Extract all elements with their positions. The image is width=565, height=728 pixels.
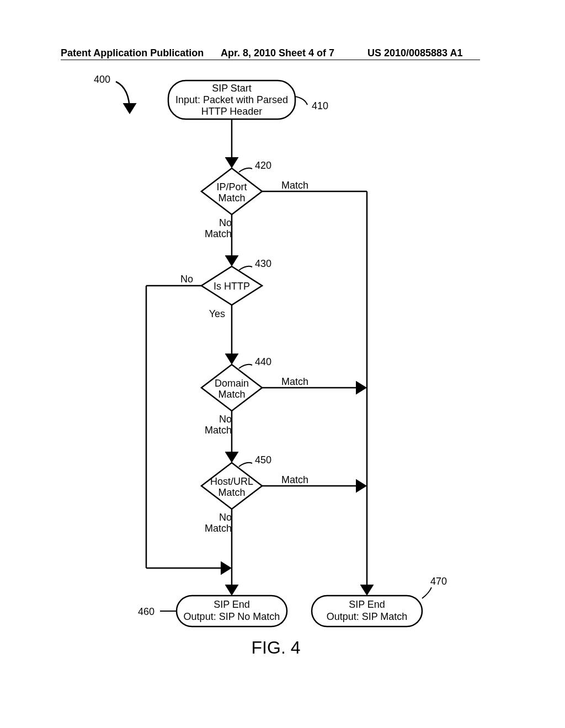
end470-line1: SIP End xyxy=(349,599,385,610)
edge-450-no2: Match xyxy=(205,523,232,534)
header-rule xyxy=(61,60,480,60)
header-center: Apr. 8, 2010 Sheet 4 of 7 xyxy=(221,47,334,59)
ref-430: 430 xyxy=(255,258,271,269)
edge-450-no1: No xyxy=(219,512,232,523)
decision-420: IP/Port Match xyxy=(201,168,262,215)
ref-460: 460 xyxy=(138,606,154,617)
header-right: US 2010/0085883 A1 xyxy=(367,47,462,59)
edge-440-no2: Match xyxy=(205,425,232,436)
start-line2: Input: Packet with Parsed xyxy=(175,94,288,105)
d440-line2: Match xyxy=(218,389,245,400)
ref-400: 400 xyxy=(94,74,110,85)
decision-440: Domain Match xyxy=(201,365,262,411)
d420-line1: IP/Port xyxy=(216,181,247,192)
leader-420 xyxy=(239,168,252,172)
d450-line2: Match xyxy=(218,487,245,498)
end460-line2: Output: SIP No Match xyxy=(184,611,280,622)
flowchart: 400 SIP Start Input: Packet with Parsed … xyxy=(61,66,491,689)
end470-line2: Output: SIP Match xyxy=(327,611,408,622)
edge-420-no2: Match xyxy=(205,228,232,239)
ref-470: 470 xyxy=(430,576,447,587)
start-line3: HTTP Header xyxy=(201,106,263,117)
figure-caption: FIG. 4 xyxy=(252,638,301,657)
decision-430: Is HTTP xyxy=(201,266,262,305)
end-node-460: SIP End Output: SIP No Match xyxy=(177,596,287,627)
start-node: SIP Start Input: Packet with Parsed HTTP… xyxy=(168,81,295,119)
edge-440-no1: No xyxy=(219,414,232,425)
ref-450: 450 xyxy=(255,454,271,465)
edge-420-match: Match xyxy=(281,180,308,191)
decision-450: Host/URL Match xyxy=(201,463,262,509)
leader-430 xyxy=(239,266,252,270)
ref-410: 410 xyxy=(312,100,328,111)
leader-410 xyxy=(295,97,307,105)
d430-text: Is HTTP xyxy=(214,281,250,292)
edge-440-match: Match xyxy=(281,376,308,387)
ref-440: 440 xyxy=(255,356,271,367)
d420-line2: Match xyxy=(218,192,245,204)
edge-420-no1: No xyxy=(219,217,232,228)
header-left: Patent Application Publication xyxy=(61,47,204,59)
end-node-470: SIP End Output: SIP Match xyxy=(312,596,422,627)
page: Patent Application Publication Apr. 8, 2… xyxy=(0,0,565,728)
edge-430-no: No xyxy=(180,274,193,285)
edge-430-yes: Yes xyxy=(209,308,225,319)
end460-line1: SIP End xyxy=(214,599,250,610)
leader-450 xyxy=(239,463,252,467)
start-line1: SIP Start xyxy=(212,83,252,94)
d440-line1: Domain xyxy=(215,378,249,389)
leader-470 xyxy=(422,587,431,598)
leader-440 xyxy=(239,365,252,368)
d450-line1: Host/URL xyxy=(210,476,253,487)
ref-arrow-400 xyxy=(116,82,130,111)
ref-420: 420 xyxy=(255,160,271,171)
edge-450-match: Match xyxy=(281,474,308,485)
